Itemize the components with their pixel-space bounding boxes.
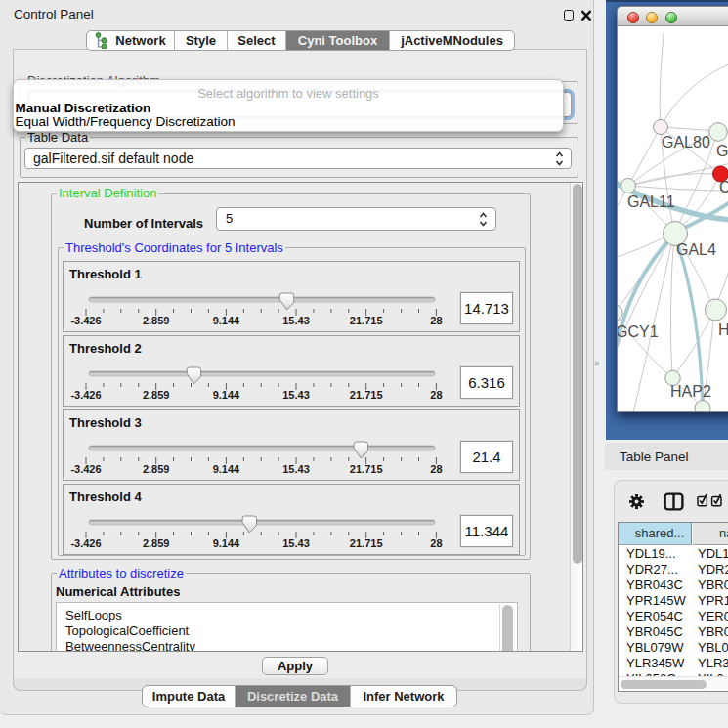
svg-text:9.144: 9.144 [213,389,240,401]
svg-text:GA: GA [716,143,728,159]
svg-text:2.859: 2.859 [143,463,170,475]
svg-text:28: 28 [430,389,442,401]
svg-text:GCY1: GCY1 [618,323,659,340]
svg-text:21.715: 21.715 [350,537,383,549]
svg-text:-3.426: -3.426 [70,315,101,326]
svg-text:HAP2: HAP2 [670,383,711,400]
svg-text:-3.426: -3.426 [70,463,101,475]
svg-text:GAL80: GAL80 [662,134,710,150]
svg-text:21.715: 21.715 [350,389,383,401]
svg-text:-3.426: -3.426 [70,389,101,401]
svg-text:28: 28 [430,537,442,549]
svg-text:15.43: 15.43 [282,315,310,326]
svg-text:C: C [719,179,728,195]
svg-text:GAL11: GAL11 [627,193,675,210]
svg-text:15.43: 15.43 [282,389,310,401]
svg-text:15.43: 15.43 [282,537,310,549]
svg-text:2.859: 2.859 [143,537,170,549]
svg-text:2.859: 2.859 [143,315,170,326]
svg-text:15.43: 15.43 [282,463,310,475]
svg-text:2.859: 2.859 [143,389,170,401]
svg-text:H: H [718,321,728,338]
svg-text:9.144: 9.144 [213,463,240,475]
svg-text:9.144: 9.144 [213,315,240,326]
svg-text:28: 28 [430,463,442,475]
svg-text:28: 28 [430,315,442,326]
svg-text:GAL4: GAL4 [676,241,716,258]
svg-text:-3.426: -3.426 [70,537,101,549]
svg-text:21.715: 21.715 [350,315,383,326]
svg-text:21.715: 21.715 [350,463,383,475]
svg-text:9.144: 9.144 [213,537,240,549]
